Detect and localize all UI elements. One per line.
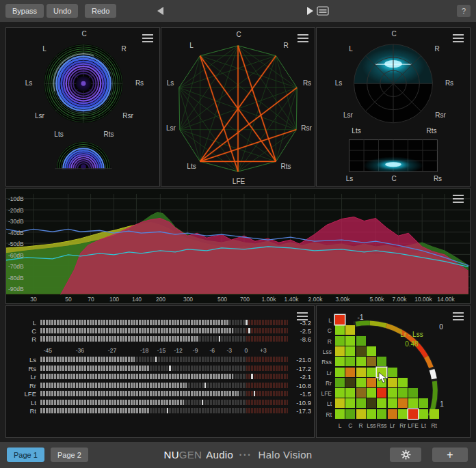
- correlation-cell[interactable]: [408, 388, 418, 398]
- correlation-cell[interactable]: [388, 409, 397, 419]
- bypass-button[interactable]: Bypass: [5, 4, 44, 18]
- correlation-cell[interactable]: [356, 388, 366, 398]
- meter-value: -21.0: [296, 356, 311, 363]
- correlation-cell[interactable]: [345, 409, 355, 419]
- channel-label: Rsr: [122, 112, 133, 120]
- freq-axis-label: 500: [217, 296, 227, 303]
- correlation-cell[interactable]: [367, 398, 376, 408]
- scope-labels: CLRLsRsLsrRsrLtsRts: [6, 28, 159, 186]
- correlation-cell[interactable]: [367, 378, 376, 387]
- correlation-cell[interactable]: [335, 409, 345, 419]
- correlation-cell[interactable]: [419, 398, 428, 408]
- correlation-cell[interactable]: [345, 398, 355, 408]
- correlation-cell[interactable]: [335, 346, 345, 356]
- correlation-cell[interactable]: [367, 357, 376, 366]
- settings-button[interactable]: [390, 448, 421, 462]
- gauge-min-label: -1: [358, 314, 364, 321]
- freq-axis-label: 140: [132, 296, 142, 303]
- freq-axis-label: 100: [109, 296, 119, 303]
- correlation-cell[interactable]: [367, 368, 376, 377]
- correlation-cell[interactable]: [335, 315, 345, 325]
- correlation-cell[interactable]: [356, 409, 366, 419]
- correlation-cell[interactable]: [335, 378, 345, 387]
- correlation-cell[interactable]: [408, 409, 418, 419]
- page1-button[interactable]: Page 1: [7, 448, 44, 462]
- correlation-cell[interactable]: [356, 336, 366, 346]
- brand-nu: NU: [164, 449, 179, 460]
- correlation-cell[interactable]: [388, 388, 397, 398]
- correlation-cell[interactable]: [335, 368, 345, 377]
- freq-axis-label: 1.40k: [285, 296, 299, 303]
- matrix-col-label: LFE: [408, 422, 419, 429]
- correlation-cell[interactable]: [377, 388, 386, 398]
- correlation-cell[interactable]: [345, 368, 355, 377]
- panel-menu-icon[interactable]: [453, 34, 464, 42]
- panel-menu-icon[interactable]: [297, 312, 308, 320]
- correlation-cell[interactable]: [388, 398, 397, 408]
- correlation-cell[interactable]: [345, 388, 355, 398]
- channel-label: Rsr: [301, 124, 312, 132]
- correlation-cell[interactable]: [377, 409, 386, 419]
- correlation-matrix: LCRLssRssLrRrLFELtRtLCRLssRssLrRrLFELtRt: [317, 306, 470, 437]
- correlation-cell[interactable]: [345, 336, 355, 346]
- correlation-cell[interactable]: [356, 357, 366, 366]
- meter-scale-tick: -9: [193, 347, 198, 354]
- correlation-cell[interactable]: [335, 388, 345, 398]
- preset-list-icon[interactable]: [317, 6, 329, 16]
- correlation-cell[interactable]: [388, 378, 397, 387]
- panel-menu-icon[interactable]: [453, 312, 464, 320]
- web-labels: CLRLsRsLsrRsrLtsRtsLFE: [161, 28, 315, 186]
- meter-value: -2.1: [300, 373, 311, 381]
- panel-menu-icon[interactable]: [298, 34, 308, 42]
- correlation-cell[interactable]: [429, 409, 439, 419]
- correlation-cell[interactable]: [398, 398, 408, 408]
- correlation-cell[interactable]: [356, 368, 366, 377]
- spectrum-panel: -10dB-20dB-30dB-40dB-50dB-60dB-70dB-80dB…: [5, 188, 471, 304]
- next-preset-icon[interactable]: [306, 6, 315, 16]
- channel-label: Lts: [352, 127, 360, 135]
- correlation-cell[interactable]: [345, 357, 355, 366]
- matrix-col-label: Rss: [377, 422, 387, 429]
- correlation-cell[interactable]: [367, 409, 376, 419]
- brand-product: Halo Vision: [259, 449, 313, 460]
- correlation-cell[interactable]: [356, 346, 366, 356]
- add-module-button[interactable]: +: [432, 448, 468, 462]
- correlation-cell[interactable]: [419, 409, 428, 419]
- redo-button[interactable]: Redo: [85, 4, 116, 18]
- correlation-cell[interactable]: [367, 346, 376, 356]
- correlation-cell[interactable]: [398, 378, 408, 387]
- freq-axis-label: 70: [88, 296, 94, 303]
- meter-channel-label: C: [6, 327, 36, 335]
- panel-menu-icon[interactable]: [142, 34, 153, 42]
- meter-scale-tick: -45: [44, 347, 52, 354]
- correlation-cell[interactable]: [398, 388, 408, 398]
- matrix-row-label: C: [317, 327, 332, 334]
- correlation-cell[interactable]: [345, 378, 355, 387]
- help-button[interactable]: ?: [457, 5, 471, 17]
- correlation-cell[interactable]: [377, 398, 386, 408]
- previous-preset-icon[interactable]: [156, 6, 165, 16]
- correlation-cell[interactable]: [335, 325, 345, 335]
- correlation-cell[interactable]: [356, 398, 366, 408]
- correlation-cell[interactable]: [356, 378, 366, 387]
- meter-scale-tick: -18: [140, 347, 148, 354]
- meter-channel-label: Ls: [6, 356, 36, 363]
- matrix-row-label: Lr: [317, 370, 332, 376]
- correlation-cell[interactable]: [367, 388, 376, 398]
- matrix-row-label: R: [317, 338, 332, 345]
- correlation-cell[interactable]: [335, 357, 345, 366]
- freq-axis-label: 3.00k: [336, 296, 350, 303]
- page2-button[interactable]: Page 2: [51, 448, 88, 462]
- correlation-cell[interactable]: [335, 336, 345, 346]
- correlation-cell[interactable]: [388, 368, 397, 377]
- correlation-cell[interactable]: [345, 346, 355, 356]
- panel-menu-icon[interactable]: [453, 195, 464, 203]
- meter-bar-c: [40, 328, 288, 333]
- correlation-cell[interactable]: [335, 398, 345, 408]
- correlation-cell[interactable]: [408, 398, 418, 408]
- channel-label: C: [391, 30, 396, 38]
- correlation-cell[interactable]: [398, 409, 408, 419]
- correlation-cell[interactable]: [345, 325, 355, 335]
- correlation-cell[interactable]: [377, 357, 386, 366]
- undo-button[interactable]: Undo: [47, 4, 78, 18]
